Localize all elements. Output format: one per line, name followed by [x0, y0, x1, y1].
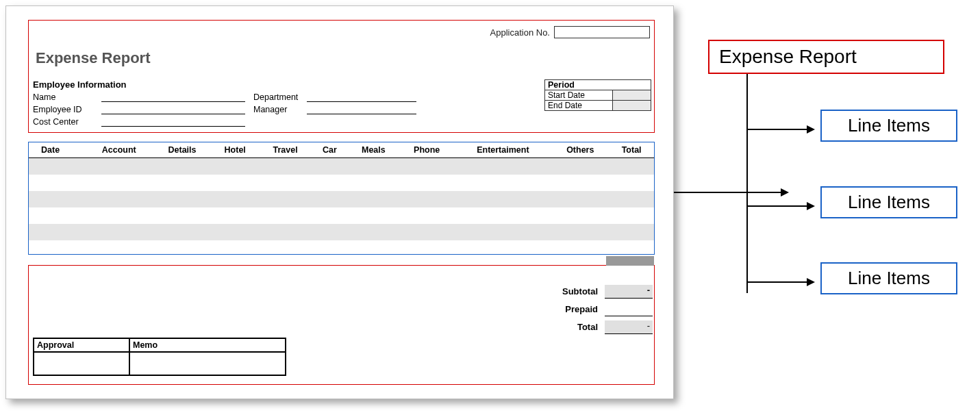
- application-no-label: Application No.: [490, 27, 550, 38]
- table-cell[interactable]: [212, 224, 259, 240]
- table-cell[interactable]: [551, 207, 609, 224]
- column-header: Hotel: [212, 142, 259, 158]
- table-cell[interactable]: [551, 191, 609, 207]
- table-cell[interactable]: [259, 158, 312, 175]
- table-cell[interactable]: [212, 158, 259, 175]
- table-cell[interactable]: [551, 224, 609, 240]
- table-row[interactable]: [29, 191, 654, 207]
- table-cell[interactable]: [454, 175, 551, 191]
- total-value: -: [605, 320, 653, 334]
- diagram-connector: [674, 192, 782, 193]
- diagram-line-item-node: Line Items: [820, 110, 957, 142]
- manager-label: Manager: [245, 105, 307, 114]
- table-cell[interactable]: [312, 207, 348, 224]
- column-header: Others: [551, 142, 609, 158]
- start-date-input[interactable]: [612, 90, 651, 100]
- table-cell[interactable]: [399, 158, 455, 175]
- table-cell[interactable]: [609, 158, 654, 175]
- table-cell[interactable]: [29, 175, 85, 191]
- employee-id-input[interactable]: [101, 105, 245, 114]
- table-cell[interactable]: [348, 191, 399, 207]
- diagram-line-item-node: Line Items: [820, 186, 957, 218]
- table-cell[interactable]: [454, 191, 551, 207]
- table-cell[interactable]: [551, 175, 609, 191]
- table-cell[interactable]: [85, 207, 153, 224]
- cost-center-input[interactable]: [101, 117, 245, 127]
- approval-cell[interactable]: [34, 352, 129, 375]
- memo-header: Memo: [129, 338, 286, 352]
- table-cell[interactable]: [609, 175, 654, 191]
- table-cell[interactable]: [153, 207, 211, 224]
- column-header: Details: [153, 142, 211, 158]
- table-cell[interactable]: [348, 175, 399, 191]
- table-cell[interactable]: [259, 224, 312, 240]
- table-cell[interactable]: [153, 191, 211, 207]
- arrowhead-icon: [807, 278, 815, 286]
- prepaid-value[interactable]: [605, 303, 653, 316]
- footer-region: Subtotal- Prepaid Total- Approval Memo: [28, 265, 655, 385]
- application-no-input[interactable]: [554, 26, 650, 38]
- column-header: Total: [609, 142, 654, 158]
- table-cell[interactable]: [153, 224, 211, 240]
- table-cell[interactable]: [259, 175, 312, 191]
- line-items-table: DateAccountDetailsHotelTravelCarMealsPho…: [29, 142, 654, 240]
- table-cell[interactable]: [609, 207, 654, 224]
- diagram-line-item-node: Line Items: [820, 262, 957, 294]
- table-cell[interactable]: [259, 207, 312, 224]
- total-label: Total: [505, 322, 605, 333]
- table-cell[interactable]: [29, 191, 85, 207]
- table-cell[interactable]: [85, 175, 153, 191]
- table-row[interactable]: [29, 207, 654, 224]
- column-header: Entertaiment: [454, 142, 551, 158]
- table-cell[interactable]: [399, 207, 455, 224]
- subtotal-value: -: [605, 285, 653, 299]
- start-date-label: Start Date: [545, 90, 612, 100]
- employee-id-label: Employee ID: [33, 105, 101, 114]
- table-cell[interactable]: [312, 158, 348, 175]
- table-cell[interactable]: [153, 158, 211, 175]
- table-row[interactable]: [29, 224, 654, 240]
- table-cell[interactable]: [29, 207, 85, 224]
- table-cell[interactable]: [454, 158, 551, 175]
- table-cell[interactable]: [609, 191, 654, 207]
- table-row[interactable]: [29, 175, 654, 191]
- diagram-connector: [746, 74, 748, 293]
- table-cell[interactable]: [29, 224, 85, 240]
- table-cell[interactable]: [312, 191, 348, 207]
- table-cell[interactable]: [212, 191, 259, 207]
- employee-info-block: Employee Information Name Department Emp…: [33, 79, 423, 127]
- table-cell[interactable]: [212, 207, 259, 224]
- table-cell[interactable]: [153, 175, 211, 191]
- table-cell[interactable]: [609, 224, 654, 240]
- table-cell[interactable]: [29, 158, 85, 175]
- diagram-connector: [746, 281, 808, 283]
- table-cell[interactable]: [312, 224, 348, 240]
- table-cell[interactable]: [312, 175, 348, 191]
- table-cell[interactable]: [399, 175, 455, 191]
- name-input[interactable]: [101, 92, 245, 102]
- table-cell[interactable]: [212, 175, 259, 191]
- employee-info-heading: Employee Information: [33, 79, 423, 90]
- table-cell[interactable]: [348, 224, 399, 240]
- table-cell[interactable]: [85, 191, 153, 207]
- department-input[interactable]: [307, 92, 416, 102]
- end-date-input[interactable]: [612, 101, 651, 110]
- period-box: Period Start Date End Date: [544, 79, 651, 111]
- table-cell[interactable]: [85, 158, 153, 175]
- table-cell[interactable]: [348, 158, 399, 175]
- table-cell[interactable]: [551, 158, 609, 175]
- prepaid-label: Prepaid: [505, 304, 605, 315]
- end-date-label: End Date: [545, 101, 612, 110]
- table-row[interactable]: [29, 158, 654, 175]
- arrowhead-icon: [781, 188, 789, 197]
- table-cell[interactable]: [454, 224, 551, 240]
- memo-cell[interactable]: [129, 352, 286, 375]
- table-cell[interactable]: [399, 191, 455, 207]
- table-cell[interactable]: [348, 207, 399, 224]
- manager-input[interactable]: [307, 105, 416, 114]
- table-cell[interactable]: [259, 191, 312, 207]
- table-cell[interactable]: [399, 224, 455, 240]
- diagram-header-node: Expense Report: [708, 40, 944, 74]
- table-cell[interactable]: [85, 224, 153, 240]
- table-cell[interactable]: [454, 207, 551, 224]
